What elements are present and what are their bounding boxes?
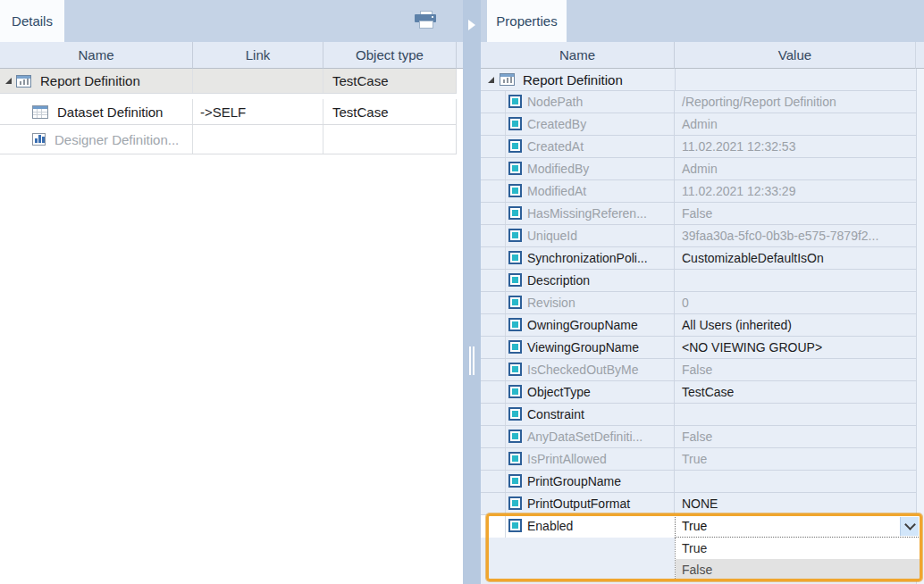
dropdown-option-true[interactable]: True — [676, 538, 920, 559]
print-button[interactable] — [413, 9, 438, 32]
scrollbar-track[interactable] — [916, 69, 924, 584]
property-value: CustomizableDefaultIsOn — [682, 247, 824, 269]
property-row[interactable]: OwningGroupNameAll Users (inherited) — [481, 314, 916, 337]
enabled-dropdown[interactable]: True — [675, 515, 920, 538]
table-row[interactable]: Designer Definition... — [0, 125, 457, 154]
property-name: HasMissingReferen... — [527, 203, 647, 224]
property-value: /Reporting/Report Definition — [682, 91, 836, 113]
dataset-icon — [32, 105, 48, 119]
property-row[interactable]: CreatedByAdmin — [481, 113, 916, 136]
property-checkbox-icon — [508, 251, 522, 264]
property-name: Revision — [527, 292, 575, 313]
property-row[interactable]: CreatedAt11.02.2021 12:32:53 — [481, 136, 916, 158]
property-row[interactable]: IsCheckedOutByMeFalse — [481, 359, 916, 381]
property-row[interactable]: PrintGroupName — [481, 471, 916, 493]
property-value: <NO VIEWING GROUP> — [682, 337, 822, 358]
column-header-name[interactable]: Name — [0, 42, 193, 69]
dropdown-arrow-button[interactable] — [900, 517, 919, 536]
property-value: NONE — [682, 493, 718, 514]
property-row[interactable]: SynchronizationPoli...CustomizableDefaul… — [481, 247, 916, 270]
tab-details-label: Details — [12, 13, 53, 29]
property-row[interactable]: PrintOutputFormatNONE — [481, 493, 916, 515]
property-value: Admin — [682, 158, 718, 179]
column-header-link[interactable]: Link — [193, 42, 323, 69]
property-checkbox-icon — [508, 117, 522, 130]
tab-details[interactable]: Details — [0, 0, 64, 42]
property-row-enabled[interactable]: Enabled True — [481, 515, 916, 538]
details-tab-bar: Details — [0, 0, 463, 42]
property-row[interactable]: UniqueId39faa30a-5fc0-0b3b-e575-7879f2..… — [481, 225, 916, 247]
property-name: ModifiedAt — [527, 180, 586, 202]
report-icon — [16, 75, 31, 88]
property-checkbox-icon — [508, 407, 522, 421]
row-name: Report Definition — [40, 73, 140, 88]
property-row[interactable]: AnyDataSetDefiniti...False — [481, 426, 916, 448]
property-group-row[interactable]: Report Definition — [481, 69, 916, 91]
application-window: Details Name Link Object type Report Def… — [0, 0, 924, 584]
row-name: Dataset Definition — [57, 104, 163, 120]
printer-icon — [415, 11, 436, 28]
property-checkbox-icon — [508, 296, 522, 309]
property-value: False — [682, 359, 712, 380]
column-header-object-type[interactable]: Object type — [323, 42, 457, 69]
details-panel: Details Name Link Object type Report Def… — [0, 0, 463, 584]
expander-icon[interactable] — [5, 78, 12, 84]
property-row[interactable]: ViewingGroupName<NO VIEWING GROUP> — [481, 337, 916, 359]
property-row[interactable]: ModifiedByAdmin — [481, 158, 916, 180]
enabled-dropdown-value: True — [682, 516, 707, 537]
property-name: ModifiedBy — [527, 158, 589, 179]
property-checkbox-icon — [508, 139, 522, 153]
property-value: False — [682, 203, 712, 224]
property-checkbox-icon — [508, 162, 522, 175]
property-name: Constraint — [527, 404, 584, 425]
property-checkbox-icon — [508, 229, 522, 242]
property-value: True — [682, 448, 707, 470]
property-name: ViewingGroupName — [527, 337, 639, 358]
property-name: Enabled — [527, 515, 573, 537]
properties-tab-bar: Properties — [481, 0, 924, 42]
property-row[interactable]: Description — [481, 270, 916, 292]
property-checkbox-icon — [508, 496, 522, 510]
collapse-arrow-icon[interactable] — [468, 20, 475, 30]
dropdown-option-false[interactable]: False — [676, 559, 920, 580]
property-row[interactable]: ObjectTypeTestCase — [481, 381, 916, 404]
tab-properties-label: Properties — [496, 13, 557, 29]
table-row[interactable]: Dataset Definition->SELFTestCase — [0, 99, 457, 125]
splitter-grip[interactable] — [469, 346, 475, 375]
property-name: CreatedAt — [527, 136, 584, 157]
property-row[interactable]: Constraint — [481, 404, 916, 426]
column-header-property-value[interactable]: Value — [675, 42, 916, 69]
panel-splitter[interactable] — [463, 0, 481, 584]
property-checkbox-icon — [508, 95, 522, 108]
property-name: PrintGroupName — [527, 471, 621, 492]
property-row[interactable]: ModifiedAt11.02.2021 12:33:29 — [481, 180, 916, 203]
property-row[interactable]: Revision0 — [481, 292, 916, 314]
column-header-property-name[interactable]: Name — [481, 42, 675, 69]
property-value: TestCase — [682, 381, 734, 403]
tab-properties[interactable]: Properties — [487, 0, 567, 42]
property-checkbox-icon — [508, 474, 522, 488]
property-value: 39faa30a-5fc0-0b3b-e575-7879f2... — [682, 225, 878, 246]
property-name: IsPrintAllowed — [527, 448, 607, 470]
expander-icon[interactable] — [488, 77, 494, 83]
property-value: 11.02.2021 12:33:29 — [682, 180, 795, 202]
property-row[interactable]: NodePath/Reporting/Report Definition — [481, 91, 916, 113]
row-link: ->SELF — [200, 104, 246, 120]
property-value: Admin — [682, 113, 718, 135]
property-checkbox-icon — [508, 273, 522, 287]
property-value: False — [682, 426, 712, 447]
property-value: 11.02.2021 12:32:53 — [682, 136, 795, 157]
property-checkbox-icon — [508, 519, 522, 532]
column-header-filler — [916, 42, 924, 69]
column-header-filler — [457, 42, 463, 69]
property-name: IsCheckedOutByMe — [527, 359, 639, 380]
property-name: Description — [527, 270, 590, 291]
property-checkbox-icon — [508, 184, 522, 197]
property-checkbox-icon — [508, 318, 522, 331]
table-row[interactable]: Report DefinitionTestCase — [0, 69, 457, 94]
property-name: SynchronizationPoli... — [527, 247, 648, 269]
property-value: All Users (inherited) — [682, 314, 792, 336]
property-name: PrintOutputFormat — [527, 493, 630, 514]
property-row[interactable]: IsPrintAllowedTrue — [481, 448, 916, 471]
property-row[interactable]: HasMissingReferen...False — [481, 203, 916, 225]
